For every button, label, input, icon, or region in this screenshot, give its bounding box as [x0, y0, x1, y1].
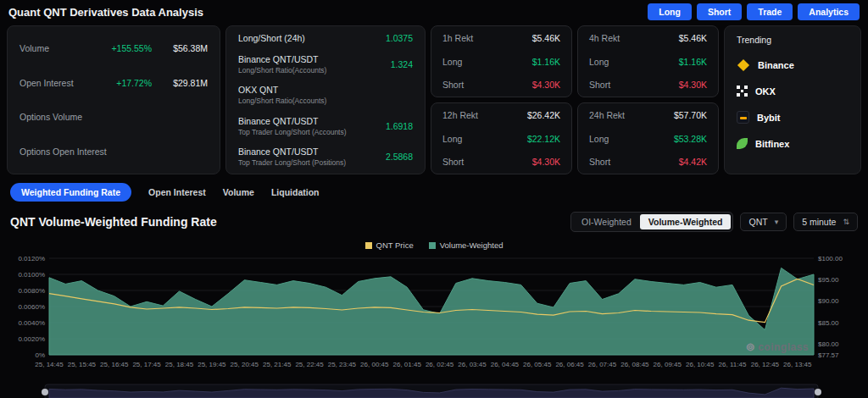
ratio-subtitle: Top Trader Long/Short (Accounts)	[238, 128, 386, 136]
svg-text:25, 15:45: 25, 15:45	[68, 361, 97, 368]
svg-text:26, 00:45: 26, 00:45	[360, 361, 389, 368]
rekt-long-value: $1.16K	[532, 57, 560, 67]
rekt-card-12h: 12h Rekt$26.42K Long$22.12K Short$4.30K	[431, 102, 572, 174]
rekt-label: 4h Rekt	[589, 33, 620, 43]
svg-text:0%: 0%	[35, 351, 45, 359]
symbol-select[interactable]: QNT ▾	[740, 213, 787, 231]
svg-text:0.0120%: 0.0120%	[18, 255, 45, 263]
top-buttons: Long Short Trade Analytics	[648, 3, 860, 20]
rekt-total: $57.70K	[674, 110, 707, 120]
ratio-value: 1.0375	[386, 33, 413, 43]
ratio-value: 1.324	[391, 59, 413, 69]
svg-text:25, 22:45: 25, 22:45	[295, 361, 324, 368]
svg-text:25, 18:45: 25, 18:45	[165, 361, 194, 368]
rekt-short-value: $4.30K	[532, 157, 560, 167]
svg-text:$80.00: $80.00	[818, 340, 839, 348]
interval-select[interactable]: 5 minute ⇅	[793, 213, 858, 231]
tab-liquidation[interactable]: Liquidation	[271, 187, 320, 197]
trending-item-label: Binance	[758, 60, 794, 70]
rekt-long-label: Long	[442, 57, 462, 67]
svg-text:$77.57: $77.57	[818, 351, 839, 359]
trending-item-binance[interactable]: Binance	[737, 52, 849, 78]
weighting-toggle: OI-Weighted Volume-Weighted	[570, 212, 733, 232]
stat-label: Volume	[19, 43, 111, 53]
stat-row-volume: Volume +155.55% $56.38M	[19, 43, 208, 53]
trending-item-okx[interactable]: OKX	[737, 78, 849, 104]
svg-text:25, 14:45: 25, 14:45	[35, 361, 64, 368]
svg-text:26, 01:45: 26, 01:45	[393, 361, 422, 368]
stat-row-options-open-interest: Options Open Interest	[19, 146, 208, 157]
legend-label: Volume-Weighted	[440, 240, 504, 250]
rekt-short-value: $4.30K	[679, 80, 707, 90]
rekt-total: $5.46K	[679, 33, 707, 43]
long-button[interactable]: Long	[648, 3, 692, 20]
rekt-long-value: $22.12K	[527, 134, 560, 144]
ratio-title: Long/Short (24h)	[238, 33, 386, 43]
chart-title: QNT Volume-Weighted Funding Rate	[10, 215, 217, 229]
svg-text:$90.00: $90.00	[818, 297, 839, 305]
navigator-svg[interactable]	[7, 384, 861, 398]
rekt-long-label: Long	[442, 134, 462, 144]
ratio-row: Binance QNT/USDT Top Trader Long/Short (…	[238, 146, 413, 167]
legend-label: QNT Price	[376, 240, 414, 250]
svg-text:25, 16:45: 25, 16:45	[100, 361, 129, 368]
tab-volume[interactable]: Volume	[223, 187, 254, 197]
trending-item-bybit[interactable]: Bybit	[737, 104, 849, 130]
svg-text:0.0020%: 0.0020%	[18, 335, 45, 343]
rekt-long-label: Long	[589, 134, 609, 144]
page-title: Quant QNT Derivatives Data Analysis	[8, 6, 203, 19]
up-down-arrows-icon: ⇅	[843, 218, 849, 226]
ratio-row: Binance QNT/USDT Top Trader Long/Short (…	[238, 116, 413, 136]
trade-button[interactable]: Trade	[747, 3, 793, 20]
rekt-short-value: $4.30K	[532, 80, 560, 90]
oi-weighted-option[interactable]: OI-Weighted	[573, 214, 640, 229]
trending-item-label: Bybit	[757, 113, 781, 123]
bybit-icon	[737, 111, 749, 124]
svg-text:26, 10:45: 26, 10:45	[686, 361, 715, 368]
rekt-long-label: Long	[589, 57, 609, 67]
rekt-card-4h: 4h Rekt$5.46K Long$1.16K Short$4.30K	[577, 25, 719, 97]
funding-rate-chart[interactable]: 0.0120%0.0100%0.0080%0.0060%0.0040%0.002…	[0, 250, 868, 382]
ratio-subtitle: Long/Short Ratio(Accounts)	[238, 97, 413, 105]
trending-title: Trending	[737, 35, 849, 45]
tab-weighted-funding-rate[interactable]: Weighted Funding Rate	[10, 183, 131, 202]
stat-value: $29.81M	[165, 78, 208, 88]
stat-row-open-interest: Open Interest +17.72% $29.81M	[19, 78, 208, 88]
ratio-subtitle: Long/Short Ratio(Accounts)	[238, 66, 391, 75]
tab-open-interest[interactable]: Open Interest	[148, 187, 206, 197]
long-short-ratios-card: Long/Short (24h) 1.0375 Binance QNT/USDT…	[225, 25, 426, 174]
legend-item-price[interactable]: QNT Price	[365, 240, 414, 250]
svg-text:26, 04:45: 26, 04:45	[491, 361, 520, 368]
rekt-label: 1h Rekt	[442, 33, 473, 43]
svg-text:26, 09:45: 26, 09:45	[654, 361, 682, 368]
ratio-row: Long/Short (24h) 1.0375	[238, 33, 413, 43]
chart-legend: QNT Price Volume-Weighted	[0, 232, 868, 250]
rekt-long-value: $1.16K	[679, 57, 707, 67]
svg-text:25, 17:45: 25, 17:45	[132, 361, 161, 368]
stat-label: Options Open Interest	[19, 146, 152, 157]
legend-item-volume-weighted[interactable]: Volume-Weighted	[429, 240, 504, 250]
ratio-title: OKX QNT	[238, 85, 413, 95]
stat-value: $56.38M	[165, 43, 208, 53]
volume-weighted-option[interactable]: Volume-Weighted	[640, 214, 732, 229]
short-button[interactable]: Short	[697, 3, 742, 20]
ratio-title: Binance QNT/USDT	[238, 116, 386, 126]
svg-text:26, 12:45: 26, 12:45	[751, 361, 780, 368]
rekt-label: 12h Rekt	[442, 110, 478, 120]
svg-text:$100.00: $100.00	[818, 255, 843, 263]
trending-item-label: OKX	[755, 86, 776, 97]
funding-chart-svg[interactable]: 0.0120%0.0100%0.0080%0.0060%0.0040%0.002…	[7, 252, 861, 379]
trending-item-bitfinex[interactable]: Bitfinex	[737, 130, 849, 157]
volume-stats-card: Volume +155.55% $56.38M Open Interest +1…	[7, 25, 220, 174]
interval-select-value: 5 minute	[802, 217, 836, 227]
analytics-button[interactable]: Analytics	[798, 3, 860, 20]
svg-text:0.0040%: 0.0040%	[18, 319, 45, 327]
svg-text:26, 08:45: 26, 08:45	[620, 361, 649, 368]
svg-text:0.0060%: 0.0060%	[18, 303, 45, 311]
ratio-row: OKX QNT Long/Short Ratio(Accounts)	[238, 85, 413, 105]
chart-navigator[interactable]	[0, 382, 868, 398]
svg-text:26, 13:45: 26, 13:45	[783, 361, 812, 368]
svg-text:25, 23:45: 25, 23:45	[328, 361, 357, 368]
svg-text:26, 02:45: 26, 02:45	[426, 361, 454, 368]
svg-text:26, 06:45: 26, 06:45	[555, 361, 584, 368]
